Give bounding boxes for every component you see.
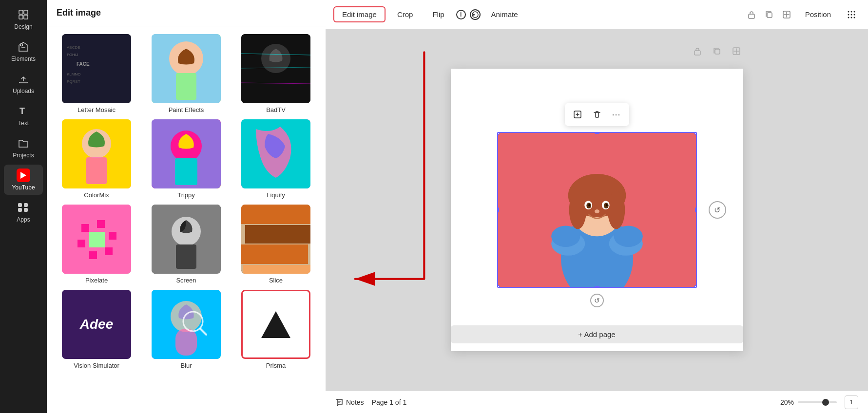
sidebar-item-label: Text — [18, 120, 29, 127]
effect-label: Pixelate — [85, 277, 108, 284]
text-icon: T — [17, 104, 30, 118]
add-icon[interactable] — [780, 8, 793, 21]
svg-rect-35 — [97, 251, 105, 259]
effects-scroll[interactable]: ABCDE FGHIJ FACE KLMNO PQRST Letter Mosa… — [47, 26, 326, 413]
canvas-page[interactable]: ··· — [451, 69, 743, 351]
copy-icon[interactable] — [762, 8, 776, 21]
effect-pixelate[interactable]: Pixelate — [55, 205, 138, 284]
selected-image-container[interactable]: ··· — [497, 132, 697, 288]
sidebar-item-label: Design — [14, 23, 32, 30]
svg-rect-41 — [97, 232, 105, 240]
svg-rect-3 — [24, 15, 28, 19]
canvas-add-icon[interactable] — [730, 44, 743, 58]
image-more-button[interactable]: ··· — [608, 106, 625, 123]
svg-point-63 — [851, 14, 852, 15]
zoom-slider[interactable] — [798, 401, 837, 403]
effect-vision-simulator[interactable]: Adee Vision Simulator — [55, 290, 138, 369]
effect-label: Trippy — [177, 191, 195, 199]
sidebar-item-elements[interactable]: Elements — [4, 36, 43, 66]
effect-thumb-blur — [152, 290, 221, 359]
sidebar-item-uploads[interactable]: Uploads — [4, 68, 43, 98]
effect-blur[interactable]: Blur — [144, 290, 228, 369]
design-icon — [17, 8, 30, 21]
handle-middle-left[interactable] — [497, 207, 499, 212]
effect-label: Vision Simulator — [74, 362, 119, 369]
sidebar-item-design[interactable]: Design — [4, 4, 43, 34]
effect-screen[interactable]: Screen — [144, 205, 228, 284]
toolbar-right: Position — [745, 6, 860, 23]
sidebar-item-projects[interactable]: Projects — [4, 132, 43, 163]
effect-paint-effects[interactable]: Paint Effects — [144, 34, 228, 113]
svg-rect-49 — [245, 225, 310, 244]
lock-icon[interactable] — [745, 8, 758, 21]
effects-panel: Edit image ABCDE FGHIJ FACE KLMNO PQRST … — [47, 0, 326, 413]
svg-rect-48 — [241, 205, 310, 224]
svg-point-88 — [605, 204, 607, 206]
svg-rect-31 — [105, 224, 113, 232]
effect-trippy[interactable]: Trippy — [144, 119, 228, 199]
effect-thumb-paint-effects — [152, 34, 221, 103]
sidebar-item-text[interactable]: T Text — [4, 100, 43, 131]
svg-rect-46 — [176, 244, 196, 269]
effect-thumb-screen — [152, 205, 221, 274]
sidebar-item-apps[interactable]: Apps — [4, 197, 43, 227]
svg-rect-51 — [243, 265, 310, 274]
add-page-button[interactable]: + Add page — [451, 325, 743, 343]
main-area: Edit image Crop Flip i Animate — [326, 0, 868, 413]
svg-text:PQRST: PQRST — [67, 79, 80, 84]
handle-middle-right[interactable] — [695, 207, 697, 212]
svg-point-4 — [20, 44, 23, 46]
effect-thumb-colormix — [62, 119, 131, 188]
effect-slice[interactable]: Slice — [234, 205, 318, 284]
notes-button[interactable]: Notes — [335, 398, 364, 406]
more-options-button[interactable] — [843, 6, 860, 23]
effect-badtv[interactable]: BadTV — [234, 34, 318, 113]
effect-liquify[interactable]: Liquify — [234, 119, 318, 199]
image-add-button[interactable] — [569, 106, 586, 123]
svg-text:T: T — [19, 106, 25, 116]
svg-point-58 — [473, 14, 475, 16]
svg-rect-14 — [176, 73, 196, 100]
edit-image-button[interactable]: Edit image — [333, 6, 386, 22]
animate-icon — [470, 9, 481, 20]
svg-rect-38 — [77, 240, 85, 247]
zoom-knob[interactable] — [822, 399, 829, 406]
effect-label: Letter Mosaic — [77, 106, 116, 113]
sidebar-item-youtube[interactable]: YouTube — [4, 165, 43, 195]
canvas-lock-icon[interactable] — [691, 44, 704, 58]
canvas-controls — [691, 44, 743, 58]
apps-icon — [17, 201, 30, 214]
svg-text:KLMNO: KLMNO — [67, 72, 80, 76]
animate-button[interactable]: Animate — [483, 7, 526, 21]
zoom-controls: 20% — [780, 398, 837, 406]
svg-text:ABCDE: ABCDE — [67, 45, 80, 50]
effect-letter-mosaic[interactable]: ABCDE FGHIJ FACE KLMNO PQRST Letter Mosa… — [55, 34, 138, 113]
effect-label: Paint Effects — [169, 106, 204, 113]
canvas-copy-icon[interactable] — [710, 44, 724, 58]
handle-bottom-left[interactable] — [497, 285, 500, 288]
position-button[interactable]: Position — [797, 7, 839, 21]
rotate-handle-bottom[interactable]: ↺ — [590, 294, 604, 307]
svg-point-62 — [848, 14, 849, 15]
effect-label: Blur — [180, 362, 192, 369]
animate-group: Animate — [470, 7, 526, 21]
flip-button[interactable]: Flip — [424, 7, 452, 21]
effect-prisma[interactable]: Prisma — [234, 290, 318, 369]
sidebar-item-label: Apps — [17, 216, 30, 223]
effect-colormix[interactable]: ColorMix — [55, 119, 138, 199]
bottom-bar: Notes Page 1 of 1 20% 1 — [326, 391, 868, 413]
svg-rect-25 — [175, 158, 197, 185]
handle-bottom-middle[interactable] — [595, 286, 599, 288]
image-delete-button[interactable] — [588, 106, 606, 123]
svg-rect-40 — [89, 232, 97, 240]
svg-point-69 — [851, 17, 852, 18]
prisma-triangle-icon — [261, 311, 290, 338]
svg-rect-42 — [89, 240, 97, 247]
svg-point-93 — [614, 226, 642, 247]
handle-bottom-right[interactable] — [694, 285, 697, 288]
info-icon[interactable]: i — [456, 10, 466, 19]
handle-top-middle[interactable] — [595, 132, 599, 134]
crop-button[interactable]: Crop — [389, 7, 421, 21]
effect-thumb-pixelate — [62, 205, 131, 274]
rotate-button-right[interactable]: ↺ — [709, 201, 726, 219]
